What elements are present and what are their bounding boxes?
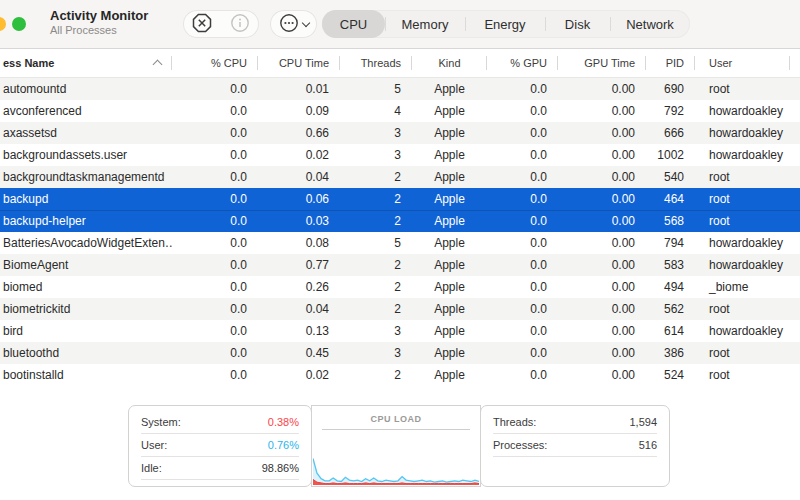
fullscreen-button[interactable]: [12, 17, 26, 31]
cell-cpu-time: 0.26: [258, 280, 340, 294]
cell-process-name: biometrickitd: [0, 302, 172, 316]
cell-user: root: [695, 192, 790, 206]
cell-threads: 2: [340, 258, 412, 272]
stat-label: User:: [141, 439, 167, 451]
table-row[interactable]: BiomeAgent0.00.772Apple0.00.00583howardo…: [0, 254, 800, 276]
column-label: Threads: [361, 57, 401, 69]
tab-memory[interactable]: Memory: [385, 10, 465, 38]
cell-user: howardoakley: [695, 148, 790, 162]
column-header-process-name[interactable]: ess Name: [0, 49, 172, 77]
cell-cpu-percent: 0.0: [172, 302, 258, 316]
tab-network[interactable]: Network: [610, 10, 690, 38]
cell-user: howardoakley: [695, 126, 790, 140]
more-options-button[interactable]: [270, 10, 317, 38]
cell-cpu-time: 0.09: [258, 104, 340, 118]
column-header-gpu-percent[interactable]: % GPU: [487, 49, 558, 77]
stat-label: Idle:: [141, 462, 162, 474]
cell-cpu-time: 0.01: [258, 82, 340, 96]
column-header-kind[interactable]: Kind: [412, 49, 487, 77]
ellipsis-circle-icon: [279, 13, 299, 36]
table-row[interactable]: bluetoothd0.00.453Apple0.00.00386root: [0, 342, 800, 364]
tab-disk[interactable]: Disk: [545, 10, 610, 38]
cell-gpu-time: 0.00: [558, 148, 646, 162]
cell-cpu-time: 0.04: [258, 302, 340, 316]
table-row[interactable]: bootinstalld0.00.022Apple0.00.00524root: [0, 364, 800, 386]
cell-pid: 494: [646, 280, 695, 294]
cell-gpu-time: 0.00: [558, 126, 646, 140]
quit-process-button[interactable]: [183, 10, 221, 38]
cell-gpu-percent: 0.0: [487, 126, 558, 140]
cpu-breakdown-panel: System:0.38%User:0.76%Idle:98.86%: [128, 405, 312, 487]
cell-threads: 3: [340, 148, 412, 162]
tab-energy[interactable]: Energy: [465, 10, 545, 38]
column-header-gpu-time[interactable]: GPU Time: [558, 49, 646, 77]
table-row[interactable]: backgroundtaskmanagementd0.00.042Apple0.…: [0, 166, 800, 188]
cell-gpu-time: 0.00: [558, 280, 646, 294]
cell-cpu-time: 0.13: [258, 324, 340, 338]
cell-gpu-time: 0.00: [558, 258, 646, 272]
minimize-button[interactable]: [0, 17, 6, 31]
cell-cpu-percent: 0.0: [172, 236, 258, 250]
cell-process-name: backupd-helper: [0, 214, 172, 228]
cell-pid: 524: [646, 368, 695, 382]
cell-gpu-time: 0.00: [558, 302, 646, 316]
cell-cpu-percent: 0.0: [172, 148, 258, 162]
cell-threads: 5: [340, 82, 412, 96]
cell-gpu-percent: 0.0: [487, 368, 558, 382]
column-label: Kind: [438, 57, 460, 69]
table-row[interactable]: biometrickitd0.00.042Apple0.00.00562root: [0, 298, 800, 320]
column-label: User: [709, 57, 732, 69]
cell-kind: Apple: [412, 104, 487, 118]
column-label: % CPU: [211, 57, 247, 69]
table-row[interactable]: backgroundassets.user0.00.023Apple0.00.0…: [0, 144, 800, 166]
cell-gpu-percent: 0.0: [487, 280, 558, 294]
inspect-process-button[interactable]: [221, 10, 259, 38]
cell-kind: Apple: [412, 346, 487, 360]
cell-gpu-percent: 0.0: [487, 82, 558, 96]
cell-gpu-percent: 0.0: [487, 148, 558, 162]
cell-gpu-percent: 0.0: [487, 104, 558, 118]
table-row[interactable]: avconferenced0.00.094Apple0.00.00792howa…: [0, 100, 800, 122]
table-row[interactable]: BatteriesAvocadoWidgetExten…0.00.085Appl…: [0, 232, 800, 254]
stat-value: 0.76%: [268, 439, 299, 451]
cell-process-name: avconferenced: [0, 104, 172, 118]
table-row[interactable]: biomed0.00.262Apple0.00.00494_biome: [0, 276, 800, 298]
cell-gpu-percent: 0.0: [487, 236, 558, 250]
cell-process-name: bootinstalld: [0, 368, 172, 382]
cell-process-name: bluetoothd: [0, 346, 172, 360]
column-header-cpu-percent[interactable]: % CPU: [172, 49, 258, 77]
stat-value: 0.38%: [268, 416, 299, 428]
cell-process-name: backupd: [0, 192, 172, 206]
sort-ascending-icon: [153, 60, 163, 70]
cell-cpu-time: 0.77: [258, 258, 340, 272]
table-row[interactable]: automountd0.00.015Apple0.00.00690root: [0, 78, 800, 100]
table-row[interactable]: backupd-helper0.00.032Apple0.00.00568roo…: [0, 210, 800, 232]
column-header-pid[interactable]: PID: [646, 49, 695, 77]
cell-threads: 2: [340, 192, 412, 206]
cell-gpu-time: 0.00: [558, 346, 646, 360]
column-header-user[interactable]: User: [695, 49, 790, 77]
view-tabs: CPUMemoryEnergyDiskNetwork: [322, 10, 690, 38]
cell-cpu-percent: 0.0: [172, 346, 258, 360]
cell-cpu-time: 0.04: [258, 170, 340, 184]
table-row[interactable]: bird0.00.133Apple0.00.00614howardoakley: [0, 320, 800, 342]
process-action-group: [183, 10, 259, 38]
cell-pid: 464: [646, 192, 695, 206]
column-label: ess Name: [3, 57, 54, 69]
cell-process-name: BiomeAgent: [0, 258, 172, 272]
cell-cpu-percent: 0.0: [172, 280, 258, 294]
tab-cpu[interactable]: CPU: [322, 10, 385, 38]
stat-row: Processes:516: [493, 434, 657, 457]
cell-kind: Apple: [412, 368, 487, 382]
cell-threads: 4: [340, 104, 412, 118]
table-row[interactable]: axassetsd0.00.663Apple0.00.00666howardoa…: [0, 122, 800, 144]
column-label: GPU Time: [584, 57, 635, 69]
column-header-cpu-time[interactable]: CPU Time: [258, 49, 340, 77]
cell-kind: Apple: [412, 324, 487, 338]
column-header-threads[interactable]: Threads: [340, 49, 412, 77]
cell-cpu-time: 0.03: [258, 214, 340, 228]
cell-gpu-time: 0.00: [558, 82, 646, 96]
table-row[interactable]: backupd0.00.062Apple0.00.00464root: [0, 188, 800, 210]
window-subtitle: All Processes: [50, 24, 148, 37]
cell-kind: Apple: [412, 302, 487, 316]
